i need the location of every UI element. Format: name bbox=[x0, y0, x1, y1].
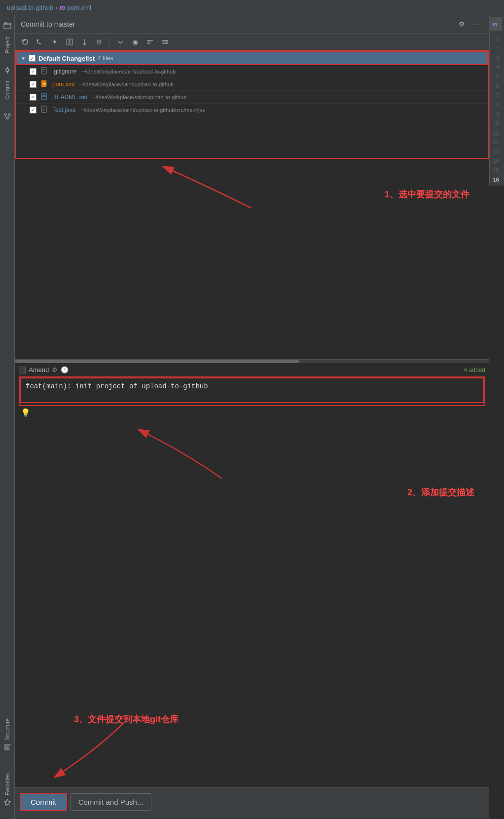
line-number-4: 4 bbox=[489, 63, 499, 72]
scrollbar-thumb bbox=[15, 360, 299, 363]
svg-rect-0 bbox=[4, 23, 11, 29]
lightbulb-icon: 💡 bbox=[21, 408, 485, 417]
minimize-icon[interactable]: — bbox=[471, 18, 483, 30]
file-name-readme: README.md bbox=[52, 94, 87, 101]
refresh-btn[interactable] bbox=[19, 36, 32, 48]
header-actions: ⚙ — bbox=[456, 18, 483, 30]
commit-push-button[interactable]: Commit and Push... bbox=[70, 793, 152, 811]
amend-settings-icon[interactable]: ⚙ bbox=[52, 366, 58, 373]
view-btn[interactable]: ◉ bbox=[129, 36, 142, 48]
line-number-3: 3 bbox=[489, 53, 499, 63]
svg-text:</>: </> bbox=[42, 82, 47, 85]
line-numbers: 12345678910111213141516 bbox=[489, 31, 502, 185]
svg-point-6 bbox=[8, 113, 10, 115]
line-number-8: 8 bbox=[489, 100, 499, 110]
changelist-name: Default Changelist bbox=[38, 55, 95, 62]
commit-buttons-area: Commit Commit and Push... bbox=[15, 787, 489, 819]
undo-btn[interactable] bbox=[34, 36, 46, 48]
file-icon-readme: MD bbox=[39, 93, 49, 102]
breadcrumb: upload-to-github › m pom.xml bbox=[0, 0, 504, 15]
line-number-6: 6 bbox=[489, 81, 499, 91]
line-number-5: 5 bbox=[489, 72, 499, 81]
annotation-3-text: 3、文件提交到本地git仓库 bbox=[74, 713, 179, 725]
expand-btn[interactable] bbox=[114, 36, 127, 48]
sidebar-item-favorites[interactable] bbox=[2, 797, 13, 808]
sort-btn[interactable] bbox=[144, 36, 156, 48]
breadcrumb-sep: › bbox=[55, 4, 57, 11]
svg-rect-13 bbox=[70, 39, 72, 45]
file-checkbox-readme[interactable]: ✓ bbox=[30, 94, 36, 101]
file-item-readme[interactable]: ✓ MD README.md ~/ideaWorkplace/saint/upl… bbox=[16, 91, 488, 104]
commit-message-wrapper bbox=[19, 376, 485, 406]
breadcrumb-repo[interactable]: upload-to-github bbox=[7, 4, 53, 11]
annotation-area-3: 3、文件提交到本地git仓库 bbox=[15, 708, 489, 787]
file-checkbox-gitignore[interactable]: ✓ bbox=[30, 68, 36, 75]
file-name-java: Test.java bbox=[52, 107, 75, 113]
line-number-1: 1 bbox=[489, 35, 499, 44]
sidebar-label-project[interactable]: Project bbox=[4, 37, 10, 53]
file-list-section: ▼ ✓ Default Changelist 4 files ✓ .gitign… bbox=[15, 50, 489, 159]
star-btn[interactable]: ✦ bbox=[48, 36, 61, 48]
annotation-1-text: 1、选中要提交的文件 bbox=[385, 188, 469, 200]
sidebar-item-git[interactable] bbox=[2, 111, 13, 122]
file-icon-pom: </> bbox=[39, 80, 49, 89]
annotation-2-text: 2、添加提交描述 bbox=[407, 486, 474, 498]
svg-marker-11 bbox=[4, 799, 10, 805]
diff-btn[interactable] bbox=[63, 36, 76, 48]
settings-icon[interactable]: ⚙ bbox=[456, 18, 468, 30]
amend-checkbox[interactable] bbox=[19, 367, 26, 373]
commit-message-input[interactable] bbox=[20, 377, 484, 403]
line-number-2: 2 bbox=[489, 44, 499, 53]
file-path-java: ~/ideaWorkplace/saint/upload-to-github/s… bbox=[80, 107, 205, 113]
file-item-pom[interactable]: ✓ </> pom.xml ~/ideaWorkplace/saint/uplo… bbox=[16, 78, 488, 91]
group-btn[interactable]: ❊ bbox=[93, 36, 106, 48]
sidebar-item-structure[interactable] bbox=[2, 742, 13, 753]
breadcrumb-file[interactable]: pom.xml bbox=[67, 4, 91, 11]
file-checkbox-java[interactable]: ✓ bbox=[30, 107, 36, 113]
changelist-checkbox[interactable]: ✓ bbox=[29, 55, 36, 62]
line-number-15: 15 bbox=[489, 166, 499, 175]
toolbar-sep-1 bbox=[109, 37, 110, 47]
file-path-gitignore: ~/ideaWorkplace/saint/upload-to-github bbox=[81, 69, 176, 74]
sidebar-item-project[interactable] bbox=[2, 20, 13, 31]
file-item-gitignore[interactable]: ✓ .gitignore ~/ideaWorkplace/saint/uploa… bbox=[16, 65, 488, 78]
header-bar: Commit to master ⚙ — bbox=[15, 15, 489, 34]
commit-button[interactable]: Commit bbox=[20, 793, 67, 811]
sidebar-label-structure[interactable]: Structure bbox=[4, 718, 10, 741]
line-number-7: 7 bbox=[489, 91, 499, 100]
line-number-13: 13 bbox=[489, 147, 499, 156]
file-name-gitignore: .gitignore bbox=[52, 68, 76, 75]
line-number-11: 11 bbox=[489, 128, 499, 138]
file-path-readme: ~/ideaWorkplace/saint/upload-to-github bbox=[92, 94, 186, 100]
line-number-14: 14 bbox=[489, 156, 499, 166]
right-tab[interactable]: m bbox=[488, 17, 502, 31]
breadcrumb-m-icon: m bbox=[59, 4, 65, 11]
changelist-count: 4 files bbox=[98, 55, 113, 62]
annotation-area-1: 1、选中要提交的文件 bbox=[15, 159, 489, 359]
sidebar-label-favorites[interactable]: Favorites bbox=[4, 773, 10, 795]
sidebar-item-commit[interactable] bbox=[2, 65, 13, 75]
file-path-pom: ~/ideaWorkplace/saint/upload-to-github bbox=[79, 81, 174, 87]
amend-left: Amend ⚙ 🕐 bbox=[19, 366, 69, 373]
move-btn[interactable] bbox=[78, 36, 91, 48]
amend-clock-icon: 🕐 bbox=[61, 366, 69, 373]
svg-rect-10 bbox=[4, 749, 9, 750]
file-item-java[interactable]: ✓ J Test.java ~/ideaWorkplace/saint/uplo… bbox=[16, 104, 488, 116]
changelist-header[interactable]: ▼ ✓ Default Changelist 4 files bbox=[16, 51, 488, 65]
left-sidebar: Project Commit Structure Favorites bbox=[0, 15, 15, 819]
toolbar: ✦ ❊ ◉ bbox=[15, 34, 489, 50]
line-number-16: 16 bbox=[489, 175, 499, 185]
right-sidebar: m 12345678910111213141516 bbox=[489, 15, 504, 186]
collapse-btn[interactable] bbox=[158, 36, 171, 48]
file-checkbox-pom[interactable]: ✓ bbox=[30, 81, 36, 88]
svg-rect-8 bbox=[4, 745, 10, 746]
sidebar-label-commit[interactable]: Commit bbox=[4, 81, 10, 100]
svg-text:J: J bbox=[42, 108, 44, 111]
file-name-pom: pom.xml bbox=[52, 81, 74, 88]
file-icon-gitignore bbox=[39, 67, 49, 76]
expand-arrow[interactable]: ▼ bbox=[21, 56, 26, 61]
amend-label: Amend bbox=[29, 366, 49, 373]
file-list-scrollbar[interactable] bbox=[15, 359, 489, 363]
line-number-9: 9 bbox=[489, 110, 499, 119]
svg-rect-9 bbox=[4, 747, 8, 748]
